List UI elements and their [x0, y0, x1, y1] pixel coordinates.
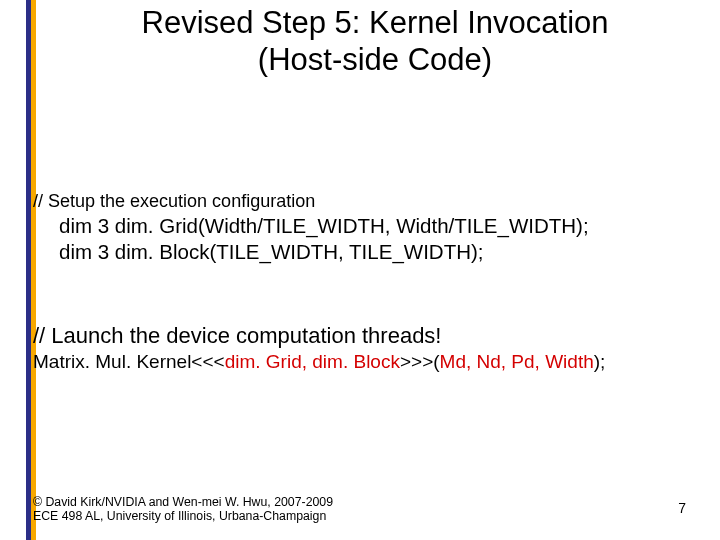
- title-line-1: Revised Step 5: Kernel Invocation: [142, 5, 609, 40]
- code-line-2: dim 3 dim. Block(TILE_WIDTH, TILE_WIDTH)…: [33, 239, 716, 265]
- kernel-red-args: Md, Nd, Pd, Width: [440, 351, 594, 372]
- kernel-part-3: >>>(: [400, 351, 440, 372]
- title-line-2: (Host-side Code): [258, 42, 492, 77]
- comment-launch: // Launch the device computation threads…: [33, 322, 716, 350]
- copyright-footer: © David Kirk/NVIDIA and Wen-mei W. Hwu, …: [33, 495, 333, 525]
- kernel-invocation: Matrix. Mul. Kernel<<<dim. Grid, dim. Bl…: [33, 350, 716, 374]
- kernel-part-1: Matrix. Mul. Kernel<<<: [33, 351, 225, 372]
- footer-line-1: © David Kirk/NVIDIA and Wen-mei W. Hwu, …: [33, 495, 333, 509]
- page-number: 7: [678, 500, 686, 516]
- code-line-1: dim 3 dim. Grid(Width/TILE_WIDTH, Width/…: [33, 213, 716, 239]
- footer-line-2: ECE 498 AL, University of Illinois, Urba…: [33, 509, 326, 523]
- comment-setup: // Setup the execution configuration: [33, 190, 716, 213]
- slide-title: Revised Step 5: Kernel Invocation (Host-…: [40, 4, 710, 78]
- kernel-part-5: );: [594, 351, 606, 372]
- slide-body: // Setup the execution configuration dim…: [33, 190, 716, 374]
- kernel-red-grid-block: dim. Grid, dim. Block: [225, 351, 400, 372]
